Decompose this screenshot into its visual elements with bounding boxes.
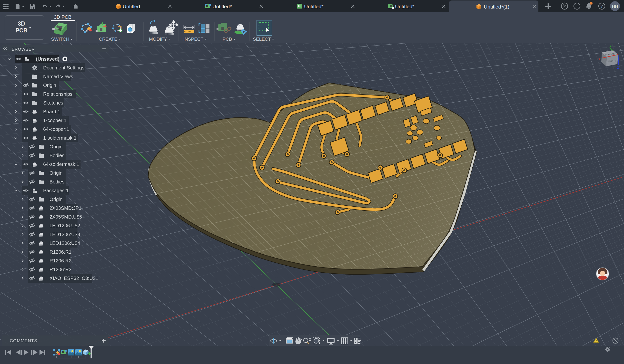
svg-text:LED1206:U$3: LED1206:U$3 [50, 232, 80, 237]
svg-text:2X05SMD:U$5: 2X05SMD:U$5 [50, 214, 82, 219]
svg-text:Origin: Origin [43, 83, 56, 88]
svg-text:LED1206:U$2: LED1206:U$2 [50, 223, 80, 228]
svg-text:2X03SMD:JP1: 2X03SMD:JP1 [50, 205, 81, 211]
svg-text:1-copper:1: 1-copper:1 [43, 118, 67, 123]
svg-text:64-copper:1: 64-copper:1 [43, 126, 69, 132]
svg-text:Board:1: Board:1 [43, 109, 60, 114]
svg-text:Named Views: Named Views [43, 74, 73, 79]
svg-text:Origin: Origin [50, 170, 62, 176]
svg-text:R1206:R2: R1206:R2 [50, 258, 72, 263]
svg-text:R1206:R3: R1206:R3 [50, 267, 72, 272]
svg-text:64-soldermask:1: 64-soldermask:1 [43, 162, 79, 167]
svg-text:Origin: Origin [50, 197, 62, 202]
svg-text:XIAO_ESP32_C3:U$1: XIAO_ESP32_C3:U$1 [50, 276, 98, 281]
svg-text:Bodies: Bodies [50, 179, 64, 184]
svg-text:(Unsaved): (Unsaved) [36, 56, 59, 62]
svg-text:Origin: Origin [50, 144, 62, 149]
svg-text:Sketches: Sketches [43, 100, 63, 105]
svg-text:R1206:R1: R1206:R1 [50, 249, 72, 255]
svg-text:Packages:1: Packages:1 [43, 188, 69, 193]
svg-text:Document Settings: Document Settings [43, 65, 84, 71]
svg-text:LED1206:U$4: LED1206:U$4 [50, 241, 80, 246]
svg-text:Relationships: Relationships [43, 91, 72, 97]
svg-text:1-soldermask:1: 1-soldermask:1 [43, 135, 77, 141]
svg-text:BROWSER: BROWSER [12, 47, 35, 52]
svg-text:Bodies: Bodies [50, 153, 64, 158]
